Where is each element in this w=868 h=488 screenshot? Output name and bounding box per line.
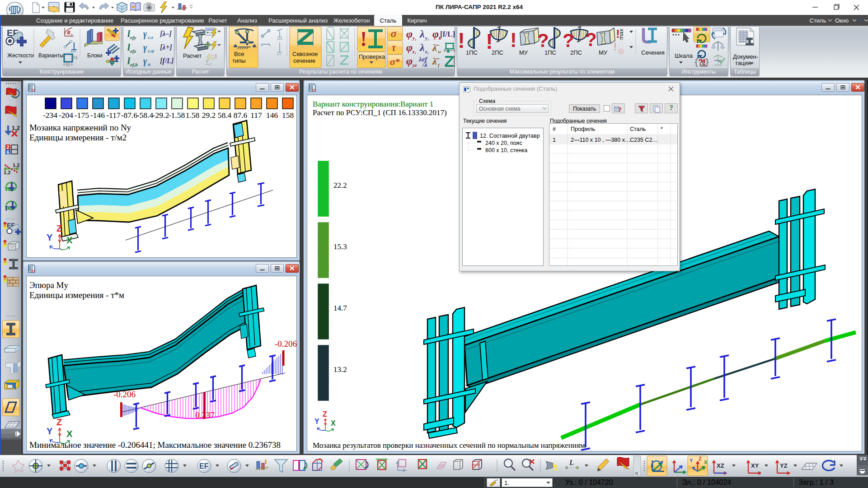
svg-text:15.3: 15.3 xyxy=(333,242,347,251)
svg-text:!: ! xyxy=(360,28,367,51)
svg-text:max: max xyxy=(618,28,624,40)
svg-text:Расчет по РСУ:СП_1 (СП 16.1333: Расчет по РСУ:СП_1 (СП 16.13330.2017) xyxy=(313,108,447,117)
svg-text:600 x 10, стенка: 600 x 10, стенка xyxy=(485,147,527,153)
svg-text:Мозаика результатов проверки н: Мозаика результатов проверки назначенных… xyxy=(313,441,585,450)
svg-text:29.2: 29.2 xyxy=(202,111,216,120)
svg-text:λ: λ xyxy=(419,42,425,53)
svg-text:С235 С2…: С235 С2… xyxy=(630,137,658,143)
svg-text:МУ: МУ xyxy=(519,49,528,56)
svg-text:2ПС: 2ПС xyxy=(570,49,582,56)
svg-text:n: n xyxy=(148,61,150,67)
svg-text:z₁: z₁ xyxy=(425,49,429,54)
svg-text:Y: Y xyxy=(690,458,693,463)
svg-text:МУ: МУ xyxy=(599,49,608,56)
svg-text:c,s: c,s xyxy=(148,34,153,40)
svg-text:Z: Z xyxy=(323,410,327,418)
svg-text:[f/L]: [f/L] xyxy=(160,57,174,65)
svg-text:EF: EF xyxy=(199,462,209,470)
svg-text:0.237: 0.237 xyxy=(195,410,215,420)
svg-text:XY: XY xyxy=(751,462,759,469)
svg-text:X: X xyxy=(66,235,73,245)
svg-text:X: X xyxy=(66,429,73,439)
svg-text:y₁: y₁ xyxy=(424,35,429,41)
svg-text:Сталь: Сталь xyxy=(630,126,646,132)
svg-text:?: ? xyxy=(618,106,622,113)
svg-text:X: X xyxy=(331,419,336,427)
svg-text:*: * xyxy=(661,126,663,132)
svg-text:σ: σ xyxy=(391,28,397,39)
svg-text:H: H xyxy=(73,54,77,61)
svg-text:Сечения: Сечения xyxy=(641,49,665,56)
svg-text:Мозаика напряжений по Ny: Мозаика напряжений по Ny xyxy=(29,123,131,132)
svg-text:efz: efz xyxy=(130,48,136,54)
svg-text:Y: Y xyxy=(47,426,53,436)
svg-text:-117: -117 xyxy=(106,111,121,120)
svg-text:6: 6 xyxy=(7,149,9,155)
svg-text:Вариант конструирования:Вариан: Вариант конструирования:Вариант 1 xyxy=(313,100,433,108)
svg-text:тация: тация xyxy=(735,60,751,66)
svg-text:Единицы измерения - т/м2: Единицы измерения - т/м2 xyxy=(29,133,127,142)
svg-text:12. Составной двутавр: 12. Составной двутавр xyxy=(480,133,540,139)
svg-text:y₁: y₁ xyxy=(412,35,417,41)
svg-text:c,φ: c,φ xyxy=(148,48,155,53)
svg-text:87.6: 87.6 xyxy=(234,111,248,120)
svg-text:Сквозное: Сквозное xyxy=(292,51,318,57)
svg-text:158: 158 xyxy=(282,111,294,120)
svg-text:a: a xyxy=(447,48,450,53)
svg-text:-87.6: -87.6 xyxy=(121,111,138,120)
svg-text:2ПС: 2ПС xyxy=(492,49,503,56)
svg-text:y: y xyxy=(70,32,73,37)
svg-text:[λ+]: [λ+] xyxy=(160,43,172,51)
svg-text:Блоки: Блоки xyxy=(87,52,103,59)
svg-text:z₁: z₁ xyxy=(412,49,416,54)
svg-text:Y: Y xyxy=(314,418,319,425)
svg-text:1.58: 1.58 xyxy=(186,111,200,120)
svg-text:-0.206: -0.206 xyxy=(275,339,297,349)
svg-text:!: ! xyxy=(510,29,517,51)
svg-text:YZ: YZ xyxy=(780,462,788,469)
svg-text:!: ! xyxy=(458,28,465,52)
svg-text:Жесткости: Жесткости xyxy=(7,52,34,59)
svg-text:XZ: XZ xyxy=(717,462,724,469)
svg-text:58.4: 58.4 xyxy=(218,111,232,120)
svg-text:22.2: 22.2 xyxy=(333,181,347,190)
svg-text:146: 146 xyxy=(266,111,278,120)
svg-text:117: 117 xyxy=(250,111,262,120)
svg-text:φ: φ xyxy=(406,55,413,67)
svg-text:Докумен-: Докумен- xyxy=(733,53,758,60)
svg-text:φ: φ xyxy=(432,28,439,40)
svg-text:σ: σ xyxy=(209,61,212,67)
svg-text:1: 1 xyxy=(5,204,8,212)
svg-text:-234: -234 xyxy=(43,111,57,120)
svg-text:+B+: +B+ xyxy=(62,61,74,68)
svg-text:Проверка: Проверка xyxy=(359,53,385,60)
svg-text:γ: γ xyxy=(143,56,147,66)
svg-text:[f/L]: [f/L] xyxy=(440,30,455,38)
svg-text:efy: efy xyxy=(130,35,136,40)
svg-text:1.2: 1.2 xyxy=(4,170,10,175)
svg-text:w: w xyxy=(438,49,441,54)
svg-text:X: X xyxy=(704,460,708,465)
svg-text:-29.2: -29.2 xyxy=(153,111,169,120)
svg-text:λ: λ xyxy=(419,28,425,40)
svg-text:Z: Z xyxy=(699,456,702,461)
svg-text:Варианты: Варианты xyxy=(38,52,63,59)
svg-text:14.7: 14.7 xyxy=(333,304,347,312)
svg-text:yz: yz xyxy=(412,62,417,68)
svg-text:/λ: /λ xyxy=(422,61,427,68)
svg-text:-1.58: -1.58 xyxy=(169,111,185,120)
svg-text:{: { xyxy=(694,57,698,67)
svg-text:τ: τ xyxy=(392,42,396,53)
svg-text:21: 21 xyxy=(31,269,35,273)
svg-text:!: ! xyxy=(613,40,617,53)
svg-text:21: 21 xyxy=(312,88,316,92)
svg-text:φ: φ xyxy=(406,42,413,53)
svg-text:21: 21 xyxy=(31,88,35,92)
svg-text:Шкала: Шкала xyxy=(675,52,693,59)
svg-text:L: L xyxy=(569,459,574,466)
svg-text:Все: Все xyxy=(234,51,244,57)
svg-text:-175: -175 xyxy=(75,111,89,120)
svg-text:Y: Y xyxy=(47,232,53,242)
svg-text:?: ? xyxy=(537,30,549,51)
svg-text:-58.4: -58.4 xyxy=(137,111,154,120)
